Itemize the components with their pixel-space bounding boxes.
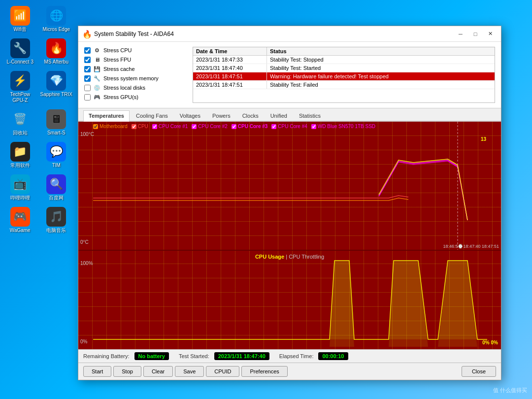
test-started-label: Test Started: (179, 353, 209, 359)
desktop-icon-wifi[interactable]: 📶 Wifi音 (3, 4, 37, 34)
desktop-icon-bilibili[interactable]: 📺 哔哩哔哩 (3, 172, 37, 203)
temperature-chart: Motherboard CPU CPU Core #1 CPU Core #2 (78, 122, 501, 251)
save-button[interactable]: Save (175, 366, 204, 377)
cpu-usage-chart: CPU Usage | CPU Throttling 100% 0% 0% 0% (78, 251, 501, 349)
desktop-icon-baidu[interactable]: 🔍 百度网 (39, 172, 74, 203)
legend-ssd[interactable]: WD Blue SN570 1TB SSD (311, 124, 375, 129)
tabs-bar: Temperatures Cooling Fans Voltages Power… (78, 108, 501, 122)
stress-mem-label: Stress system memory (103, 75, 159, 81)
stress-local-checkbox[interactable] (84, 85, 91, 91)
cpu-usage-chart-svg (93, 251, 499, 349)
desktop-icon-software[interactable]: 📁 常用软件 (3, 140, 37, 170)
window-controls: ─ □ ✕ (454, 29, 497, 39)
cache-icon: 💾 (94, 66, 100, 72)
tab-temperatures[interactable]: Temperatures (83, 110, 130, 122)
legend-cpu-core-2-label: CPU Core #2 (198, 124, 227, 129)
log-section: Date & Time Status 2023/1/31 18:47:33 St… (193, 47, 495, 103)
gpu-icon: 🎮 (94, 94, 100, 100)
stress-fpu-checkbox[interactable] (84, 57, 91, 63)
stress-local-item[interactable]: 💿 Stress local disks (84, 84, 193, 91)
log-date-3: 2023/1/31 18:47:51 (193, 72, 267, 80)
log-row-1: 2023/1/31 18:47:33 Stability Test: Stopp… (193, 56, 495, 64)
window-close-button[interactable]: ✕ (483, 29, 497, 39)
legend-cpu-label: CPU (138, 124, 148, 129)
log-status-2: Stability Test: Started (267, 64, 495, 72)
desktop-icon-sapphire[interactable]: 💎 Sapphire TRIX (39, 69, 74, 105)
stress-cache-item[interactable]: 💾 Stress cache (84, 66, 193, 72)
stress-cache-label: Stress cache (103, 66, 135, 72)
stress-mem-checkbox[interactable] (84, 75, 91, 82)
legend-motherboard[interactable]: Motherboard (93, 124, 128, 129)
battery-badge: No battery (134, 352, 169, 360)
cpu-icon: ⚙ (94, 47, 100, 54)
log-status-1: Stability Test: Stopped (267, 56, 495, 64)
minimize-button[interactable]: ─ (454, 29, 467, 39)
legend-cpu-core-1-label: CPU Core #1 (159, 124, 188, 129)
log-row-4: 2023/1/31 18:47:51 Stability Test: Faile… (193, 81, 495, 89)
stress-gpu-checkbox[interactable] (84, 94, 91, 100)
tab-statistics[interactable]: Statistics (294, 110, 326, 121)
legend-cpu-core-3[interactable]: CPU Core #3 (232, 124, 268, 129)
stress-fpu-item[interactable]: 🖥 Stress FPU (84, 56, 193, 63)
y-min-upper: 0°C (80, 239, 94, 245)
stress-mem-item[interactable]: 🔧 Stress system memory (84, 75, 193, 82)
tab-clocks[interactable]: Clocks (237, 110, 264, 121)
log-col-date: Date & Time (193, 47, 267, 55)
log-status-4: Stability Test: Failed (267, 81, 495, 89)
top-panel: ⚙ Stress CPU 🖥 Stress FPU 💾 Stress cache… (78, 42, 501, 108)
legend-motherboard-label: Motherboard (100, 124, 128, 129)
chart-timestamps: 18:46:5⌚18:47:40 18:47:51 (443, 244, 499, 249)
tab-powers[interactable]: Powers (207, 110, 236, 121)
legend-cpu-core-1[interactable]: CPU Core #1 (152, 124, 188, 129)
legend-cpu-core-2[interactable]: CPU Core #2 (192, 124, 227, 129)
log-row-2: 2023/1/31 18:47:40 Stability Test: Start… (193, 64, 495, 72)
status-bar: Remaining Battery: No battery Test Start… (78, 349, 501, 363)
log-date-1: 2023/1/31 18:47:33 (193, 56, 267, 64)
stress-cpu-item[interactable]: ⚙ Stress CPU (84, 47, 193, 54)
legend-ssd-label: WD Blue SN570 1TB SSD (318, 124, 375, 129)
watermark: 值 什么值得买 (493, 387, 527, 394)
cpu-usage-value: 0% 0% (482, 340, 498, 345)
test-started-value: 2023/1/31 18:47:40 (214, 352, 269, 360)
chart-y-axis-upper: 100°C 0°C (80, 122, 94, 250)
log-row-3-warning: 2023/1/31 18:47:51 Warning: Hardware fai… (193, 72, 495, 81)
desktop-icon-lconnect[interactable]: 🔧 L-Connect 3 (3, 36, 37, 67)
window-title: System Stability Test - AIDA64 (94, 31, 454, 37)
legend-cpu-core-4[interactable]: CPU Core #4 (271, 124, 307, 129)
desktop-icon-recycle[interactable]: 🗑️ 回收站 (3, 107, 37, 138)
desktop-icon-tim[interactable]: 💬 TIM (39, 140, 74, 170)
desktop-icon-gpuz[interactable]: ⚡ TechPow GPU-Z (3, 69, 37, 105)
legend-cpu[interactable]: CPU (132, 124, 148, 129)
window-content: ⚙ Stress CPU 🖥 Stress FPU 💾 Stress cache… (78, 42, 501, 380)
tab-unified[interactable]: Unified (265, 110, 293, 121)
desktop-icon-diannaoyinm[interactable]: 🎵 电脑音乐 (39, 205, 74, 235)
desktop-icon-wagame[interactable]: 🎮 WaGame (3, 205, 37, 235)
stress-local-label: Stress local disks (103, 85, 145, 91)
desktop-icon-afterburner[interactable]: 🔥 MS Afterbu (39, 36, 74, 67)
stress-gpu-item[interactable]: 🎮 Stress GPU(s) (84, 94, 193, 100)
cpuid-button[interactable]: CPUID (206, 366, 239, 377)
temp-value-label: 13 (481, 136, 486, 142)
cpu-usage-title: CPU Usage | CPU Throttling (78, 254, 501, 260)
legend-cpu-core-4-label: CPU Core #4 (278, 124, 307, 129)
log-col-status: Status (267, 47, 495, 55)
chart-legend-upper: Motherboard CPU CPU Core #1 CPU Core #2 (93, 124, 499, 129)
stress-cache-checkbox[interactable] (84, 66, 91, 72)
tab-voltages[interactable]: Voltages (174, 110, 206, 121)
charts-area: Motherboard CPU CPU Core #1 CPU Core #2 (78, 122, 501, 349)
desktop-icon-smart[interactable]: 🖥 Smart-S (39, 107, 74, 138)
close-button[interactable]: Close (462, 366, 496, 377)
start-button[interactable]: Start (83, 366, 111, 377)
stress-fpu-label: Stress FPU (103, 57, 131, 63)
stress-cpu-checkbox[interactable] (84, 47, 91, 54)
desktop-icon-edge[interactable]: 🌐 Micros Edge (39, 4, 74, 34)
stop-button[interactable]: Stop (113, 366, 141, 377)
y-max-upper: 100°C (80, 132, 94, 137)
tab-cooling-fans[interactable]: Cooling Fans (131, 110, 173, 121)
stress-gpu-label: Stress GPU(s) (103, 94, 138, 100)
clear-button[interactable]: Clear (143, 366, 173, 377)
maximize-button[interactable]: □ (468, 29, 482, 39)
preferences-button[interactable]: Preferences (241, 366, 287, 377)
chart-y-axis-lower: 100% 0% (80, 251, 93, 349)
legend-cpu-core-3-label: CPU Core #3 (238, 124, 268, 129)
